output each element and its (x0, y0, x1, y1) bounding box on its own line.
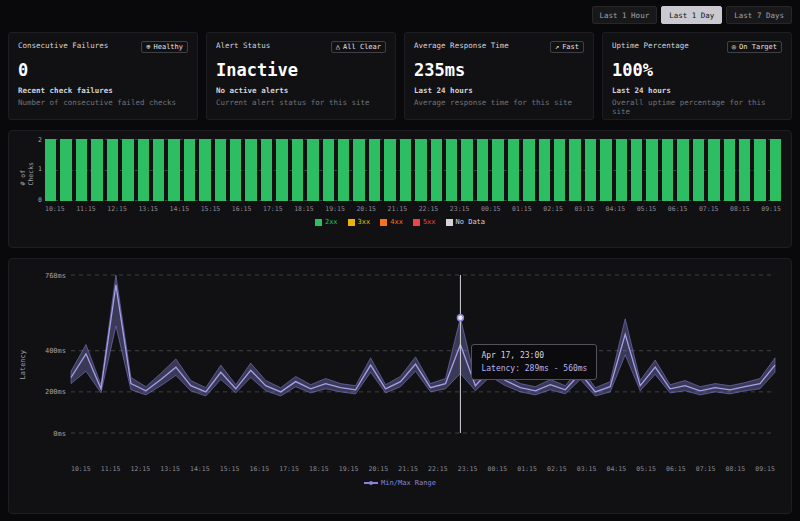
x-tick-label: 06:15 (666, 465, 686, 473)
status-badge: △ All Clear (331, 41, 386, 53)
card-subtitle: Last 24 hours (414, 86, 584, 95)
check-bar[interactable] (708, 139, 719, 201)
check-bar[interactable] (76, 139, 87, 201)
x-tick-label: 22:15 (428, 465, 448, 473)
check-bar[interactable] (107, 139, 118, 201)
check-bar[interactable] (693, 139, 704, 201)
check-bar[interactable] (646, 139, 657, 201)
line-swatch-icon (364, 482, 378, 484)
legend-item[interactable]: Min/Max Range (364, 479, 436, 487)
x-tick-label: 11:15 (76, 205, 96, 213)
avg-response-time-card: Average Response Time ↗ Fast 235ms Last … (404, 32, 594, 120)
check-bar[interactable] (461, 139, 472, 201)
check-bar[interactable] (153, 139, 164, 201)
legend-item[interactable]: 3xx (348, 218, 371, 226)
legend-item[interactable]: 5xx (413, 218, 436, 226)
svg-text:200ms: 200ms (45, 388, 66, 396)
x-tick-label: 18:15 (309, 465, 329, 473)
legend-item[interactable]: 2xx (315, 218, 338, 226)
check-bar[interactable] (477, 139, 488, 201)
legend-swatch (348, 219, 355, 226)
legend-label: No Data (456, 218, 486, 226)
check-bar[interactable] (45, 139, 56, 201)
svg-text:400ms: 400ms (45, 347, 66, 355)
check-bar[interactable] (770, 139, 781, 201)
x-tick-label: 16:15 (250, 465, 270, 473)
check-bar[interactable] (631, 139, 642, 201)
check-bar[interactable] (60, 139, 71, 201)
time-range-option[interactable]: Last 1 Day (661, 6, 722, 24)
legend-item[interactable]: 4xx (380, 218, 403, 226)
x-tick-label: 08:15 (730, 205, 750, 213)
check-bar[interactable] (292, 139, 303, 201)
check-bar[interactable] (384, 139, 395, 201)
x-tick-label: 21:15 (398, 465, 418, 473)
check-bar[interactable] (539, 139, 550, 201)
x-tick-label: 10:15 (71, 465, 91, 473)
time-range-option[interactable]: Last 1 Hour (592, 6, 658, 24)
x-tick-label: 12:15 (131, 465, 151, 473)
x-tick-label: 01:15 (517, 465, 537, 473)
check-bar[interactable] (446, 139, 457, 201)
check-bar[interactable] (523, 139, 534, 201)
check-bar[interactable] (230, 139, 241, 201)
check-bar[interactable] (662, 139, 673, 201)
check-bar[interactable] (353, 139, 364, 201)
x-tick-label: 12:15 (107, 205, 127, 213)
check-bar[interactable] (122, 139, 133, 201)
trend-up-icon: ↗ (555, 43, 559, 51)
check-bar[interactable] (754, 139, 765, 201)
x-tick-label: 02:15 (543, 205, 563, 213)
check-bar[interactable] (276, 139, 287, 201)
check-bar[interactable] (431, 139, 442, 201)
check-bar[interactable] (569, 139, 580, 201)
check-bar[interactable] (215, 139, 226, 201)
check-bar[interactable] (724, 139, 735, 201)
check-bar[interactable] (492, 139, 503, 201)
x-tick-label: 10:15 (45, 205, 65, 213)
time-range-option[interactable]: Last 7 Days (726, 6, 792, 24)
check-bar[interactable] (245, 139, 256, 201)
check-bar[interactable] (508, 139, 519, 201)
check-bar[interactable] (677, 139, 688, 201)
check-bar[interactable] (600, 139, 611, 201)
healthy-shield-icon: ⊕ (146, 43, 150, 51)
stat-cards-row: Consecutive Failures ⊕ Healthy 0 Recent … (8, 32, 792, 120)
check-bar[interactable] (261, 139, 272, 201)
card-value: 235ms (414, 60, 584, 80)
card-title: Average Response Time (414, 41, 509, 50)
check-bar[interactable] (739, 139, 750, 201)
checks-bar-chart-panel: # of Checks 2 1 0 10:1511:1512:1513:1514… (8, 130, 792, 248)
legend-swatch (413, 219, 420, 226)
check-bar[interactable] (307, 139, 318, 201)
legend-label: 4xx (390, 218, 403, 226)
y-tick-label: 2 (38, 136, 42, 144)
check-bar[interactable] (554, 139, 565, 201)
check-bar[interactable] (415, 139, 426, 201)
x-tick-label: 02:15 (547, 465, 567, 473)
card-subtitle: No active alerts (216, 86, 386, 95)
x-tick-label: 23:15 (450, 205, 470, 213)
check-bar[interactable] (400, 139, 411, 201)
check-bar[interactable] (585, 139, 596, 201)
checks-plot-area[interactable] (45, 139, 781, 201)
check-bar[interactable] (369, 139, 380, 201)
check-bar[interactable] (338, 139, 349, 201)
x-tick-label: 06:15 (668, 205, 688, 213)
check-bar[interactable] (199, 139, 210, 201)
check-bar[interactable] (323, 139, 334, 201)
check-bar[interactable] (91, 139, 102, 201)
check-bar[interactable] (184, 139, 195, 201)
legend-item[interactable]: No Data (446, 218, 486, 226)
check-bar[interactable] (138, 139, 149, 201)
latency-chart[interactable]: 0ms200ms400ms768ms (31, 267, 781, 463)
badge-label: On Target (739, 43, 777, 51)
check-bar[interactable] (616, 139, 627, 201)
check-bar[interactable] (168, 139, 179, 201)
x-tick-label: 22:15 (419, 205, 439, 213)
x-tick-label: 07:15 (699, 205, 719, 213)
card-description: Average response time for this site (414, 98, 584, 107)
x-tick-label: 20:15 (369, 465, 389, 473)
latency-legend: Min/Max Range (19, 479, 781, 487)
card-value: 100% (612, 60, 782, 80)
